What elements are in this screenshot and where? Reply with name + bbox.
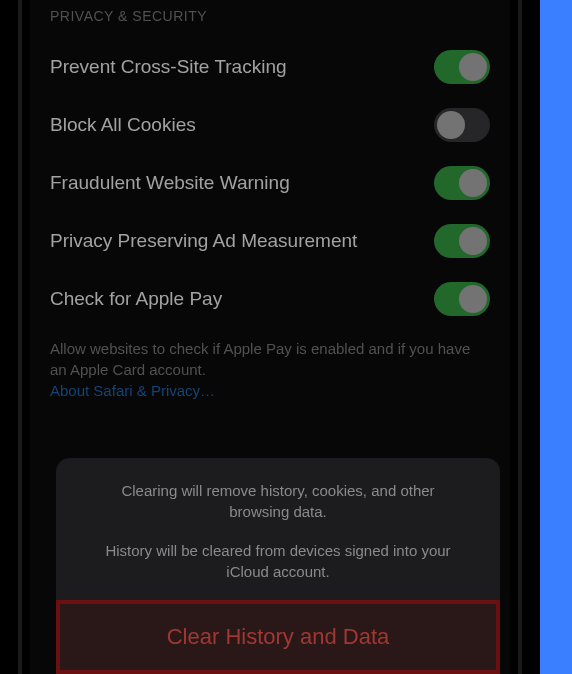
section-header-privacy: PRIVACY & SECURITY [38,0,502,38]
toggle-knob-icon [459,53,487,81]
toggle-block-all-cookies[interactable] [434,108,490,142]
setting-label: Prevent Cross-Site Tracking [50,56,287,78]
clear-history-and-data-button[interactable]: Clear History and Data [56,600,500,674]
setting-label: Check for Apple Pay [50,288,222,310]
setting-fraudulent-website-warning: Fraudulent Website Warning [38,154,502,212]
toggle-privacy-preserving-ad[interactable] [434,224,490,258]
setting-label: Privacy Preserving Ad Measurement [50,230,357,252]
setting-privacy-preserving-ad: Privacy Preserving Ad Measurement [38,212,502,270]
about-safari-privacy-link[interactable]: About Safari & Privacy… [38,382,502,423]
sheet-description-2: History will be cleared from devices sig… [70,540,486,582]
setting-label: Block All Cookies [50,114,196,136]
toggle-check-apple-pay[interactable] [434,282,490,316]
action-sheet: Clearing will remove history, cookies, a… [56,458,500,674]
toggle-fraudulent-website-warning[interactable] [434,166,490,200]
setting-prevent-cross-site-tracking: Prevent Cross-Site Tracking [38,38,502,96]
toggle-knob-icon [437,111,465,139]
toggle-knob-icon [459,285,487,313]
clear-history-label: Clear History and Data [80,624,476,650]
setting-check-apple-pay: Check for Apple Pay [38,270,502,328]
setting-block-all-cookies: Block All Cookies [38,96,502,154]
toggle-knob-icon [459,169,487,197]
settings-screen: PRIVACY & SECURITY Prevent Cross-Site Tr… [30,0,510,674]
toggle-knob-icon [459,227,487,255]
setting-label: Fraudulent Website Warning [50,172,290,194]
section-footer-text: Allow websites to check if Apple Pay is … [38,328,502,382]
phone-frame: PRIVACY & SECURITY Prevent Cross-Site Tr… [18,0,522,674]
background-accent [540,0,572,674]
sheet-description-1: Clearing will remove history, cookies, a… [70,480,486,522]
toggle-prevent-cross-site-tracking[interactable] [434,50,490,84]
